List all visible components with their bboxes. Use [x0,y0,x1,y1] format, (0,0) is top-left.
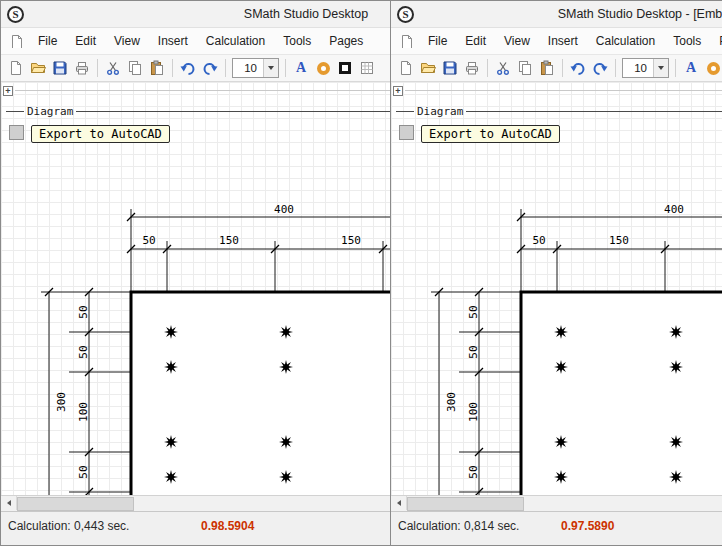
matrix-grid-icon [359,60,375,76]
scissors-icon [495,60,511,76]
image-placeholder[interactable] [9,125,24,140]
redo-arrow-icon [202,60,218,76]
scroll-left-button[interactable] [391,496,407,510]
menu-tools[interactable]: Tools [664,30,710,52]
collapsed-area-line [405,90,722,91]
title-bar[interactable]: S SMath Studio Desktop - [Emb [391,1,722,28]
print-button[interactable] [461,57,483,79]
menu-edit[interactable]: Edit [66,30,105,52]
paste-button[interactable] [146,57,168,79]
donut-color-icon [707,62,720,75]
status-bar: Calculation: 0,814 sec. 0.97.5890 [391,511,722,545]
menu-pages[interactable]: Pages [710,30,722,52]
copy-button[interactable] [124,57,146,79]
font-size-value: 10 [623,62,653,74]
cut-button[interactable] [492,57,514,79]
version-number: 0.98.5904 [201,519,254,533]
new-page-icon [8,60,24,76]
toolbar-separator [675,59,676,77]
undo-arrow-icon [180,60,196,76]
scrollbar-thumb[interactable] [407,497,524,511]
technical-drawing [411,187,722,495]
image-placeholder[interactable] [399,125,414,140]
matrix-button[interactable] [356,57,378,79]
chevron-down-icon[interactable] [263,59,278,77]
separator-line [396,111,414,112]
export-autocad-button[interactable]: Export to AutoCAD [421,125,560,143]
toolbar-separator [172,59,173,77]
redo-button[interactable] [199,57,221,79]
separator-line [466,111,722,112]
app-logo-icon: S [397,6,414,23]
menu-tools[interactable]: Tools [274,30,320,52]
save-icon [52,60,68,76]
horizontal-scrollbar[interactable] [391,495,722,511]
separator-line [6,111,24,112]
menu-pages[interactable]: Pages [320,30,372,52]
menu-file[interactable]: File [29,30,66,52]
clipboard-icon [539,60,555,76]
color-button[interactable] [702,57,722,79]
donut-color-icon [317,62,330,75]
color-button[interactable] [312,57,334,79]
toolbar-separator [487,59,488,77]
diagram-label: Diagram [24,105,76,118]
save-button[interactable] [49,57,71,79]
redo-button[interactable] [589,57,611,79]
export-row: Export to AutoCAD [399,125,560,143]
font-button[interactable]: A [680,57,702,79]
scrollbar-thumb[interactable] [17,497,134,511]
new-button[interactable] [5,57,27,79]
paste-button[interactable] [536,57,558,79]
save-button[interactable] [439,57,461,79]
menu-bar: File Edit View Insert Calculation Tools … [391,28,722,55]
font-size-select[interactable]: 10 [232,58,279,78]
new-button[interactable] [395,57,417,79]
menu-calculation[interactable]: Calculation [587,30,664,52]
diagram-separator: Diagram [396,105,722,118]
toolbar-separator [97,59,98,77]
collapse-region-toggle[interactable] [3,86,13,96]
calculation-time: Calculation: 0,814 sec. [398,519,519,533]
print-button[interactable] [71,57,93,79]
undo-button[interactable] [177,57,199,79]
app-logo-icon: S [7,6,24,23]
export-autocad-button[interactable]: Export to AutoCAD [31,125,170,143]
chevron-down-icon[interactable] [653,59,668,77]
font-size-select[interactable]: 10 [622,58,669,78]
scissors-icon [105,60,121,76]
menu-view[interactable]: View [105,30,149,52]
worksheet-canvas[interactable]: Diagram Export to AutoCAD [391,82,722,495]
printer-icon [464,60,480,76]
version-number: 0.97.5890 [561,519,614,533]
toolbar-separator [225,59,226,77]
border-square-icon [339,62,351,74]
menu-file[interactable]: File [419,30,456,52]
scroll-left-button[interactable] [1,496,17,510]
cut-button[interactable] [102,57,124,79]
border-button[interactable] [334,57,356,79]
save-icon [442,60,458,76]
menu-calculation[interactable]: Calculation [197,30,274,52]
window-title: SMath Studio Desktop - [Emb [391,7,722,21]
document-icon [399,34,413,48]
menu-edit[interactable]: Edit [456,30,495,52]
open-button[interactable] [27,57,49,79]
open-button[interactable] [417,57,439,79]
menu-insert[interactable]: Insert [149,30,197,52]
undo-arrow-icon [570,60,586,76]
clipboard-icon [149,60,165,76]
toolbar-separator [615,59,616,77]
menu-insert[interactable]: Insert [539,30,587,52]
menu-view[interactable]: View [495,30,539,52]
copy-icon [127,60,143,76]
undo-button[interactable] [567,57,589,79]
copy-icon [517,60,533,76]
copy-button[interactable] [514,57,536,79]
open-folder-icon [420,60,436,76]
font-button[interactable]: A [290,57,312,79]
toolbar-separator [562,59,563,77]
calculation-time: Calculation: 0,443 sec. [8,519,129,533]
collapse-region-toggle[interactable] [393,86,403,96]
technical-drawing [21,187,403,495]
